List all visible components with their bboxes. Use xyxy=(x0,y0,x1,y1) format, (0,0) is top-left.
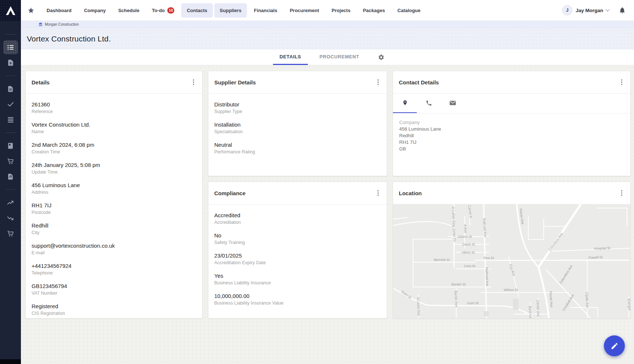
notifications-bell-icon[interactable] xyxy=(619,7,626,14)
field-postcode: RH1 7IJPostcode xyxy=(32,202,196,215)
nav-item-contacts[interactable]: Contacts xyxy=(181,3,213,18)
nav-item-label: Projects xyxy=(332,8,350,13)
tab-procurement[interactable]: PROCUREMENT xyxy=(313,50,366,65)
field-value: Installation xyxy=(214,121,381,128)
app-logo[interactable] xyxy=(0,0,21,21)
field-label: Accreditation Expiry Date xyxy=(214,260,381,266)
street-label: Carver A xyxy=(467,205,473,218)
nav-item-catalogue[interactable]: Catalogue xyxy=(392,3,426,18)
nav-item-label: Dashboard xyxy=(47,8,72,13)
contact-tab-email[interactable] xyxy=(441,94,464,113)
sidebar-item-contacts-book[interactable] xyxy=(3,139,18,153)
kebab-menu-icon[interactable] xyxy=(375,77,381,87)
sidebar-item-procurement-cart[interactable] xyxy=(3,154,18,168)
sidebar-item-list-menu[interactable] xyxy=(3,40,18,54)
breadcrumb: Morgan Construction xyxy=(21,21,634,28)
field-label: Performance Rating xyxy=(214,149,381,155)
field-value: 10,000,000.00 xyxy=(214,292,381,299)
breadcrumb-company[interactable]: Morgan Construction xyxy=(39,22,79,26)
nav-item-company[interactable]: Company xyxy=(79,3,111,18)
card-title: Contact Details xyxy=(399,79,439,85)
map[interactable]: in Luther King Junior DrCarver AA AveAda… xyxy=(393,204,630,318)
contact-tab-address[interactable] xyxy=(393,94,417,113)
sidebar-item-invoices[interactable] xyxy=(3,170,18,183)
field-performance-rating: NeutralPerformance Rating xyxy=(214,141,381,155)
nav-item-schedule[interactable]: Schedule xyxy=(113,3,145,18)
sidebar-divider xyxy=(6,189,15,190)
field-value: Redhill xyxy=(32,222,196,229)
street-label: Gum St xyxy=(401,290,412,300)
chevron-down-icon xyxy=(605,7,609,11)
nav-item-label: Contacts xyxy=(187,8,207,13)
main-area: DashboardCompanyScheduleTo-do10ContactsS… xyxy=(21,0,634,364)
street-label: Border St xyxy=(452,283,466,286)
tab-settings-gear-icon[interactable] xyxy=(378,50,385,65)
street-label: Barrier Ave xyxy=(454,291,458,307)
nav-item-dashboard[interactable]: Dashboard xyxy=(41,3,77,18)
top-nav: DashboardCompanyScheduleTo-do10ContactsS… xyxy=(21,0,634,21)
street-label: Byrd Ave xyxy=(528,306,532,318)
field-value: 456 Luminous Lane xyxy=(32,182,196,189)
sidebar-item-schedule-rows[interactable] xyxy=(3,113,18,127)
favorites-star-icon[interactable] xyxy=(28,7,34,14)
logo-a-icon xyxy=(4,4,17,17)
field-value: 2nd March 2024, 6:08 pm xyxy=(32,141,196,148)
sidebar-divider xyxy=(6,34,15,34)
field-supplier-type: DistributorSupplier Type xyxy=(214,101,381,114)
sidebar-item-costs-trend[interactable] xyxy=(3,211,18,225)
nav-item-label: Catalogue xyxy=(397,8,420,13)
street-label: Columbus Ave xyxy=(548,232,564,252)
kebab-menu-icon[interactable] xyxy=(375,188,381,198)
nav-item-suppliers[interactable]: Suppliers xyxy=(214,3,247,18)
tab-details[interactable]: DETAILS xyxy=(273,50,308,65)
field-update-time: 24th January 2025, 5:08 pmUpdate Time xyxy=(32,161,196,175)
field-city: RedhillCity xyxy=(32,222,196,236)
field-telephone: +441234567924Telephone xyxy=(32,262,196,276)
user-menu[interactable]: J Jay Morgan xyxy=(562,5,609,15)
kebab-menu-icon[interactable] xyxy=(191,77,197,87)
supplier-details-card: Supplier Details DistributorSupplier Typ… xyxy=(208,71,387,176)
street-label: Evergre xyxy=(627,299,630,311)
street-label: N Lewis Ave xyxy=(416,297,421,316)
field-value: Distributor xyxy=(214,101,381,108)
nav-item-label: Schedule xyxy=(118,8,139,13)
sidebar-item-documents[interactable] xyxy=(3,82,18,96)
street-label: Pecan Ave xyxy=(519,208,525,225)
contact-tab-phone[interactable] xyxy=(417,94,441,113)
sidebar-item-file-export[interactable] xyxy=(3,56,18,70)
details-card: Details 261360ReferenceVortex Constructi… xyxy=(25,71,203,318)
address-book-icon xyxy=(7,142,14,149)
street-label: Gum St xyxy=(467,301,478,305)
sidebar-divider xyxy=(6,76,15,76)
document-icon xyxy=(7,85,14,92)
edit-fab-button[interactable] xyxy=(604,335,625,356)
field-value: Yes xyxy=(214,272,381,279)
sidebar-item-sales-trend[interactable] xyxy=(3,196,18,210)
nav-item-to-do[interactable]: To-do10 xyxy=(146,3,180,18)
address-line: RH1 7IJ xyxy=(399,139,624,146)
list-menu-icon xyxy=(7,44,14,51)
street-label: Clydie Ave xyxy=(585,292,589,308)
sidebar-item-orders-cart[interactable] xyxy=(3,226,18,240)
field-value: Accredited xyxy=(214,212,381,219)
contact-details-card: Contact Details xyxy=(393,71,631,176)
sidebar-item-tasks[interactable] xyxy=(3,97,18,111)
nav-item-label: Financials xyxy=(254,8,277,13)
nav-item-procurement[interactable]: Procurement xyxy=(284,3,325,18)
field-label: Safety Training xyxy=(214,240,381,245)
nav-item-projects[interactable]: Projects xyxy=(326,3,356,18)
contact-address: Company 456 Luminous LaneRedhillRH1 7IJG… xyxy=(393,113,630,158)
field-label: Name xyxy=(32,129,196,135)
mail-icon xyxy=(449,99,456,107)
kebab-menu-icon[interactable] xyxy=(619,188,625,198)
field-label: Business Liability Insurance xyxy=(214,280,381,286)
field-label: Business Liability Insurance Value xyxy=(214,301,381,306)
kebab-menu-icon[interactable] xyxy=(619,77,625,87)
field-label: VAT Number xyxy=(32,291,196,296)
field-value: RH1 7IJ xyxy=(32,202,196,209)
nav-item-packages[interactable]: Packages xyxy=(357,3,390,18)
nav-item-financials[interactable]: Financials xyxy=(248,3,283,18)
sidebar-divider xyxy=(6,132,15,133)
field-safety-training: NoSafety Training xyxy=(214,232,381,245)
field-vat-number: GB123456794VAT Number xyxy=(32,283,196,296)
